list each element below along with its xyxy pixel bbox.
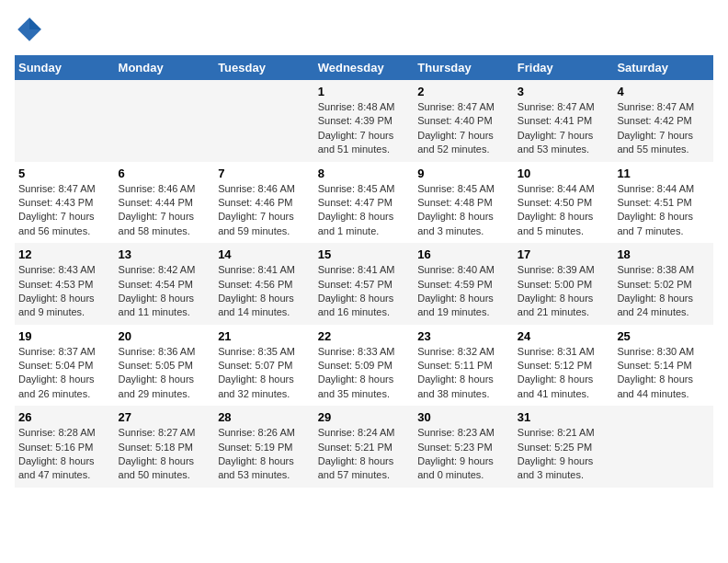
cell-info: Daylight: 7 hours and 51 minutes. — [318, 129, 411, 157]
day-number: 11 — [617, 167, 710, 180]
calendar-cell: 30Sunrise: 8:23 AMSunset: 5:23 PMDayligh… — [414, 406, 514, 488]
calendar-cell — [115, 80, 215, 162]
cell-info: Sunrise: 8:45 AM — [417, 182, 510, 196]
cell-info: Sunrise: 8:44 AM — [518, 182, 610, 196]
day-number: 8 — [318, 167, 411, 180]
page-header — [15, 15, 713, 44]
calendar-cell: 1Sunrise: 8:48 AMSunset: 4:39 PMDaylight… — [314, 80, 415, 162]
calendar-cell: 22Sunrise: 8:33 AMSunset: 5:09 PMDayligh… — [314, 325, 415, 407]
cell-info: Daylight: 8 hours and 7 minutes. — [617, 210, 710, 238]
cell-info: Sunrise: 8:47 AM — [18, 182, 111, 196]
day-number: 18 — [617, 247, 710, 261]
cell-info: Sunset: 5:25 PM — [518, 441, 610, 454]
calendar-cell: 31Sunrise: 8:21 AMSunset: 5:25 PMDayligh… — [514, 406, 614, 488]
week-row-2: 5Sunrise: 8:47 AMSunset: 4:43 PMDaylight… — [15, 162, 713, 244]
calendar-body: 1Sunrise: 8:48 AMSunset: 4:39 PMDaylight… — [15, 80, 713, 488]
cell-info: Sunrise: 8:36 AM — [119, 345, 211, 359]
cell-info: Sunrise: 8:35 AM — [218, 345, 311, 359]
calendar-cell: 23Sunrise: 8:32 AMSunset: 5:11 PMDayligh… — [414, 325, 514, 407]
day-number: 4 — [617, 85, 710, 98]
calendar-cell: 8Sunrise: 8:45 AMSunset: 4:47 PMDaylight… — [314, 162, 415, 244]
cell-info: Daylight: 7 hours and 58 minutes. — [119, 210, 211, 238]
cell-info: Daylight: 8 hours and 14 minutes. — [218, 292, 311, 320]
day-number: 17 — [518, 247, 610, 261]
day-number: 22 — [318, 329, 411, 343]
calendar-cell: 6Sunrise: 8:46 AMSunset: 4:44 PMDaylight… — [115, 162, 215, 244]
cell-info: Daylight: 9 hours and 0 minutes. — [417, 454, 510, 483]
cell-info: Sunset: 4:40 PM — [417, 114, 510, 128]
calendar-cell: 28Sunrise: 8:26 AMSunset: 5:19 PMDayligh… — [214, 406, 314, 488]
cell-info: Daylight: 8 hours and 16 minutes. — [318, 292, 411, 320]
cell-info: Sunrise: 8:39 AM — [518, 263, 610, 277]
cell-info: Sunset: 4:51 PM — [617, 196, 710, 210]
calendar-cell: 24Sunrise: 8:31 AMSunset: 5:12 PMDayligh… — [514, 325, 614, 407]
cell-info: Sunset: 4:53 PM — [18, 278, 111, 292]
cell-info: Sunrise: 8:30 AM — [617, 345, 710, 359]
day-number: 30 — [417, 410, 510, 424]
cell-info: Daylight: 7 hours and 52 minutes. — [417, 129, 510, 157]
calendar-cell: 2Sunrise: 8:47 AMSunset: 4:40 PMDaylight… — [414, 80, 514, 162]
calendar-cell: 3Sunrise: 8:47 AMSunset: 4:41 PMDaylight… — [514, 80, 614, 162]
cell-info: Sunrise: 8:23 AM — [417, 426, 510, 440]
cell-info: Sunset: 5:19 PM — [218, 441, 311, 454]
cell-info: Daylight: 7 hours and 53 minutes. — [518, 129, 610, 157]
day-number: 21 — [218, 329, 311, 343]
cell-info: Daylight: 8 hours and 11 minutes. — [119, 292, 211, 320]
cell-info: Sunset: 4:50 PM — [518, 196, 610, 210]
cell-info: Sunset: 4:42 PM — [617, 114, 710, 128]
cell-info: Daylight: 8 hours and 41 minutes. — [518, 373, 610, 401]
cell-info: Sunrise: 8:47 AM — [518, 100, 610, 114]
day-number: 13 — [119, 247, 211, 261]
day-number: 6 — [119, 167, 211, 180]
header-cell-tuesday: Tuesday — [214, 55, 314, 80]
cell-info: Sunrise: 8:24 AM — [318, 426, 411, 440]
day-number: 27 — [119, 410, 211, 424]
cell-info: Sunrise: 8:46 AM — [218, 182, 311, 196]
header-row: SundayMondayTuesdayWednesdayThursdayFrid… — [15, 55, 713, 80]
calendar-cell: 11Sunrise: 8:44 AMSunset: 4:51 PMDayligh… — [613, 162, 713, 244]
calendar-cell: 9Sunrise: 8:45 AMSunset: 4:48 PMDaylight… — [414, 162, 514, 244]
cell-info: Daylight: 8 hours and 9 minutes. — [18, 292, 111, 320]
calendar-cell: 27Sunrise: 8:27 AMSunset: 5:18 PMDayligh… — [115, 406, 215, 488]
cell-info: Sunset: 5:14 PM — [617, 359, 710, 373]
cell-info: Sunrise: 8:37 AM — [18, 345, 111, 359]
day-number: 7 — [218, 167, 311, 180]
week-row-3: 12Sunrise: 8:43 AMSunset: 4:53 PMDayligh… — [15, 243, 713, 325]
cell-info: Daylight: 8 hours and 21 minutes. — [518, 292, 610, 320]
calendar-cell: 26Sunrise: 8:28 AMSunset: 5:16 PMDayligh… — [15, 406, 115, 488]
cell-info: Sunrise: 8:28 AM — [18, 426, 111, 440]
calendar-cell: 7Sunrise: 8:46 AMSunset: 4:46 PMDaylight… — [214, 162, 314, 244]
svg-marker-1 — [29, 17, 41, 29]
calendar-header: SundayMondayTuesdayWednesdayThursdayFrid… — [15, 55, 713, 80]
day-number: 5 — [18, 167, 111, 180]
day-number: 28 — [218, 410, 311, 424]
week-row-1: 1Sunrise: 8:48 AMSunset: 4:39 PMDaylight… — [15, 80, 713, 162]
day-number: 2 — [417, 85, 510, 98]
cell-info: Sunset: 4:48 PM — [417, 196, 510, 210]
cell-info: Sunset: 4:41 PM — [518, 114, 610, 128]
day-number: 12 — [18, 247, 111, 261]
cell-info: Daylight: 7 hours and 56 minutes. — [18, 210, 111, 238]
cell-info: Sunset: 5:12 PM — [518, 359, 610, 373]
logo-icon — [15, 15, 44, 44]
calendar-cell: 12Sunrise: 8:43 AMSunset: 4:53 PMDayligh… — [15, 243, 115, 325]
cell-info: Daylight: 8 hours and 5 minutes. — [518, 210, 610, 238]
cell-info: Daylight: 8 hours and 3 minutes. — [417, 210, 510, 238]
calendar-cell: 16Sunrise: 8:40 AMSunset: 4:59 PMDayligh… — [414, 243, 514, 325]
week-row-4: 19Sunrise: 8:37 AMSunset: 5:04 PMDayligh… — [15, 325, 713, 407]
calendar-cell: 10Sunrise: 8:44 AMSunset: 4:50 PMDayligh… — [514, 162, 614, 244]
calendar-cell: 21Sunrise: 8:35 AMSunset: 5:07 PMDayligh… — [214, 325, 314, 407]
cell-info: Sunrise: 8:44 AM — [617, 182, 710, 196]
calendar-cell: 17Sunrise: 8:39 AMSunset: 5:00 PMDayligh… — [514, 243, 614, 325]
day-number: 14 — [218, 247, 311, 261]
cell-info: Sunset: 4:57 PM — [318, 278, 411, 292]
cell-info: Daylight: 8 hours and 35 minutes. — [318, 373, 411, 401]
cell-info: Sunrise: 8:21 AM — [518, 426, 610, 440]
cell-info: Daylight: 7 hours and 59 minutes. — [218, 210, 311, 238]
cell-info: Daylight: 8 hours and 47 minutes. — [18, 454, 111, 483]
calendar-cell: 15Sunrise: 8:41 AMSunset: 4:57 PMDayligh… — [314, 243, 415, 325]
cell-info: Sunset: 5:18 PM — [119, 441, 211, 454]
cell-info: Sunset: 5:07 PM — [218, 359, 311, 373]
cell-info: Sunrise: 8:41 AM — [318, 263, 411, 277]
day-number: 31 — [518, 410, 610, 424]
